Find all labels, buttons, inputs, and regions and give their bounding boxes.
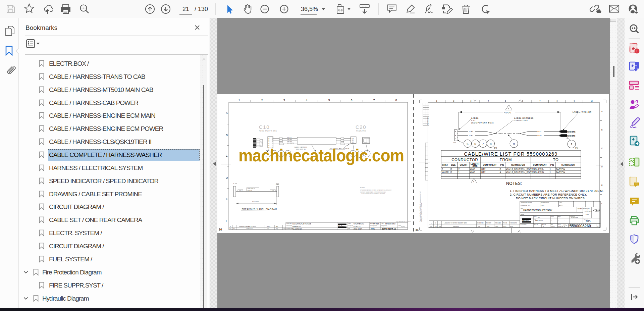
svg-text:Act-ln: Act-ln: [503, 226, 506, 227]
svg-text:6400mm: 6400mm: [252, 201, 259, 203]
svg-text:mech: mech: [586, 209, 588, 211]
svg-text:C: C: [601, 147, 603, 149]
svg-text:XAG: XAG: [276, 226, 278, 227]
svg-text:AC-STD 888 67: AC-STD 888 67: [585, 211, 592, 212]
svg-text:WASHERS+: WASHERS+: [532, 171, 544, 173]
svg-text:Pro/Chk: Pro/Chk: [542, 224, 546, 225]
svg-text:Material: Material: [521, 214, 524, 215]
svg-text:Approved: Approved: [584, 218, 588, 220]
svg-text:#16-18_DEUTSCH_SOC: #16-18_DEUTSCH_SOC: [506, 171, 531, 174]
svg-text:PIN: PIN: [550, 164, 554, 166]
svg-text:LABEL:: LABEL:: [471, 117, 479, 119]
svg-text:Mod: Mod: [439, 226, 441, 227]
svg-text:PACKARD: PACKARD: [356, 130, 366, 132]
svg-text:8: 8: [490, 142, 491, 146]
svg-text:2011-03-04: 2011-03-04: [354, 228, 362, 230]
svg-text:Drawing class: Drawing class: [584, 208, 590, 209]
svg-text:5590 0109 10: 5590 0109 10: [382, 227, 396, 230]
svg-text:F: F: [226, 219, 227, 222]
svg-text:-: -: [586, 202, 587, 204]
svg-text:1. FINISHED HARNESS TO MEET AC: 1. FINISHED HARNESS TO MEET AC WAGNER 10…: [510, 189, 603, 193]
svg-text:TMG: TMG: [371, 227, 375, 230]
svg-text:C10: C10: [259, 124, 270, 130]
svg-text:+: +: [431, 222, 432, 224]
svg-text:4: 4: [508, 107, 509, 110]
svg-text:6: 6: [474, 142, 476, 146]
svg-text:TERMINATOR: TERMINATOR: [561, 164, 575, 166]
svg-text:E: E: [601, 184, 603, 186]
svg-text:WH4 GRN/YEL: WH4 GRN/YEL: [287, 143, 294, 144]
svg-text:2: 2: [442, 168, 443, 170]
svg-text:SIZE: SIZE: [451, 164, 456, 166]
svg-text:10: 10: [591, 100, 593, 102]
svg-text:Mech chk: Mech chk: [534, 224, 538, 225]
svg-text:B: B: [601, 129, 603, 131]
svg-text:1: 1: [436, 100, 437, 102]
svg-text:Punched line: Punched line: [521, 224, 527, 225]
svg-text:RZN X / -: RZN X / -: [559, 205, 564, 206]
svg-text:17 B2: 17 B2: [469, 135, 473, 137]
svg-text:3: 3: [283, 99, 285, 102]
svg-text:1: 1: [550, 171, 551, 173]
svg-text:-: -: [439, 222, 440, 224]
svg-text:LABEL: WASHER: LABEL: WASHER: [573, 111, 592, 113]
svg-text:(COMPONENT BOX): (COMPONENT BOX): [471, 122, 494, 124]
svg-text:D: D: [269, 143, 270, 145]
svg-text:TMG: TMG: [586, 220, 590, 222]
svg-text:5: 5: [505, 100, 506, 102]
svg-text:AtlasCopco: AtlasCopco: [338, 225, 345, 227]
svg-text:4: 4: [306, 99, 308, 102]
svg-text:F: F: [601, 203, 602, 205]
svg-text:2X: 2X: [575, 147, 578, 149]
svg-text:1/1: 1/1: [597, 226, 599, 227]
svg-text:FASTON: FASTON: [556, 168, 565, 170]
svg-text:C: C: [269, 141, 270, 143]
svg-text:9: 9: [513, 142, 515, 146]
svg-text:L-4000 KIC TO MOVED WASHER TAN: L-4000 KIC TO MOVED WASHER TANK: [444, 222, 467, 224]
svg-text:COMPONENT: COMPONENT: [483, 164, 497, 166]
svg-text:C10: C10: [239, 190, 241, 192]
svg-text:5590003269: 5590003269: [570, 224, 591, 228]
svg-text:2 CIRCUIT NUMBERS ARE FOR REFE: 2 CIRCUIT NUMBERS ARE FOR REFERENCE ONLY: [360, 192, 386, 193]
svg-text:-: -: [536, 221, 536, 223]
svg-text:8: 8: [395, 99, 397, 102]
svg-text:2014-12-18: 2014-12-18: [477, 222, 483, 224]
svg-text:4000: 4000: [470, 168, 475, 170]
svg-text:B: B: [500, 168, 501, 170]
svg-text:Date: Date: [267, 228, 269, 229]
svg-text:NOTES:: NOTES:: [506, 181, 522, 186]
svg-text:PIN: PIN: [500, 164, 504, 166]
svg-text:UTUK48/XAG: UTUK48/XAG: [354, 223, 364, 225]
svg-text:5590003269: 5590003269: [514, 119, 528, 121]
svg-text:Hmn: Hmn: [551, 224, 553, 225]
svg-text:Modified line: Modified line: [453, 226, 459, 227]
svg-text:CONDUCTOR: CONDUCTOR: [451, 158, 478, 162]
svg-text:BREAKOUT / LABEL DIAGRAM: BREAKOUT / LABEL DIAGRAM: [242, 208, 277, 210]
svg-text:-: -: [564, 219, 565, 221]
svg-text:1 FINISHED HARNESS TO MEET AC: 1 FINISHED HARNESS TO MEET AC WAGNER 100…: [360, 190, 392, 191]
svg-text:Cable: Cable: [495, 226, 498, 227]
svg-text:AtlasCopco: AtlasCopco: [522, 220, 529, 221]
svg-text:9: 9: [574, 100, 575, 102]
svg-text:CA: CA: [352, 138, 354, 139]
svg-text:1: 1: [550, 168, 551, 170]
svg-text:Machined surfaces: Machined surfaces: [541, 202, 549, 203]
svg-text:21: 21: [416, 228, 419, 231]
svg-text:4: 4: [488, 100, 489, 102]
svg-text:RZN X / -: RZN X / -: [541, 205, 545, 206]
svg-text:-: -: [586, 205, 587, 207]
svg-text:BT2: BT2: [481, 171, 486, 173]
svg-text:Rev: Rev: [430, 226, 432, 227]
svg-text:THEUER: THEUER: [486, 222, 491, 224]
svg-text:20: 20: [219, 228, 222, 231]
svg-text:2. CIRCUIT NUMBERS ARE FOR REF: 2. CIRCUIT NUMBERS ARE FOR REFERENCE ONL…: [510, 193, 587, 196]
svg-text:-: -: [574, 205, 575, 207]
svg-text:Pro/E: Pro/E: [586, 214, 589, 215]
svg-text:-: -: [551, 219, 552, 221]
svg-text:GLU: GLU: [551, 226, 554, 227]
svg-text:C12: C12: [471, 119, 476, 121]
svg-text:Design chk: Design chk: [348, 225, 353, 226]
svg-text:CRKT: CRKT: [442, 164, 448, 166]
svg-text:3: 3: [471, 100, 472, 102]
svg-text:Type: Type: [381, 223, 384, 224]
